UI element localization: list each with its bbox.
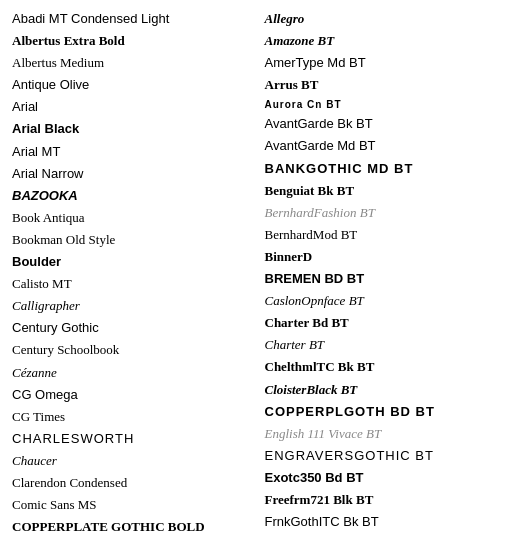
list-item[interactable]: Exotc350 Bd BT [265, 467, 510, 489]
list-item[interactable]: Book Antiqua [12, 207, 257, 229]
list-item[interactable]: CaslonOpnface BT [265, 290, 510, 312]
list-item[interactable]: Albertus Extra Bold [12, 30, 257, 52]
list-item[interactable]: CloisterBlack BT [265, 379, 510, 401]
list-item[interactable]: Boulder [12, 251, 257, 273]
left-column: Abadi MT Condensed LightAlbertus Extra B… [8, 8, 261, 533]
list-item[interactable]: AvantGarde Md BT [265, 135, 510, 157]
list-item[interactable]: ChelthmlTC Bk BT [265, 356, 510, 378]
font-list-container: Abadi MT Condensed LightAlbertus Extra B… [8, 8, 513, 533]
list-item[interactable]: BernhardMod BT [265, 224, 510, 246]
list-item[interactable]: Benguiat Bk BT [265, 180, 510, 202]
list-item[interactable]: Calisto MT [12, 273, 257, 295]
list-item[interactable]: Arrus BT [265, 74, 510, 96]
list-item[interactable]: BinnerD [265, 246, 510, 268]
list-item[interactable]: Century Gothic [12, 317, 257, 339]
list-item[interactable]: Calligrapher [12, 295, 257, 317]
list-item[interactable]: Century Schoolbook [12, 339, 257, 361]
list-item[interactable]: AmerType Md BT [265, 52, 510, 74]
list-item[interactable]: BernhardFashion BT [265, 202, 510, 224]
list-item[interactable]: CG Times [12, 406, 257, 428]
list-item[interactable]: FrnkGothITC Bk BT [265, 511, 510, 533]
list-item[interactable]: Amazone BT [265, 30, 510, 52]
list-item[interactable]: Charter Bd BT [265, 312, 510, 334]
list-item[interactable]: Albertus Medium [12, 52, 257, 74]
right-column: AllegroAmazone BTAmerType Md BTArrus BTA… [261, 8, 514, 533]
list-item[interactable]: COPPERPLATE GOTHIC BOLD [12, 516, 257, 533]
list-item[interactable]: Comic Sans MS [12, 494, 257, 516]
list-item[interactable]: Abadi MT Condensed Light [12, 8, 257, 30]
list-item[interactable]: Antique Olive [12, 74, 257, 96]
list-item[interactable]: English 111 Vivace BT [265, 423, 510, 445]
list-item[interactable]: Freefrm721 Blk BT [265, 489, 510, 511]
list-item[interactable]: Allegro [265, 8, 510, 30]
list-item[interactable]: BAZOOKA [12, 185, 257, 207]
list-item[interactable]: Arial MT [12, 141, 257, 163]
list-item[interactable]: BREMEN BD BT [265, 268, 510, 290]
list-item[interactable]: CopperplGoth Bd BT [265, 401, 510, 423]
list-item[interactable]: AvantGarde Bk BT [265, 113, 510, 135]
list-item[interactable]: Charter BT [265, 334, 510, 356]
list-item[interactable]: BANKGOTHIC MD BT [265, 158, 510, 180]
list-item[interactable]: CHARLESWORTH [12, 428, 257, 450]
list-item[interactable]: Cézanne [12, 362, 257, 384]
list-item[interactable]: Clarendon Condensed [12, 472, 257, 494]
list-item[interactable]: CG Omega [12, 384, 257, 406]
list-item[interactable]: Arial Narrow [12, 163, 257, 185]
list-item[interactable]: Bookman Old Style [12, 229, 257, 251]
list-item[interactable]: Aurora Cn BT [265, 96, 510, 113]
list-item[interactable]: Arial Black [12, 118, 257, 140]
list-item[interactable]: ENGRAVERSGOTHIC BT [265, 445, 510, 467]
list-item[interactable]: Arial [12, 96, 257, 118]
list-item[interactable]: Chaucer [12, 450, 257, 472]
